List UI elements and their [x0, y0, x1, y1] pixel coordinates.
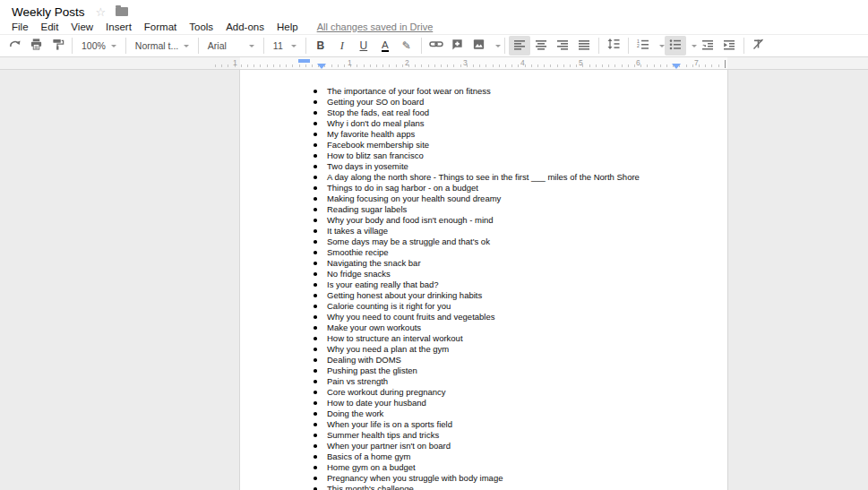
menu-item[interactable]: Insert [99, 21, 138, 32]
list-item[interactable]: Getting your SO on board [312, 97, 727, 107]
styles-select[interactable]: Normal t... [130, 36, 194, 56]
list-item[interactable]: Stop the fads, eat real food [312, 107, 727, 118]
chevron-down-icon [111, 45, 116, 47]
toolbar-separator [504, 38, 505, 54]
underline-button[interactable]: U [353, 36, 374, 56]
ruler-number: 5 [579, 58, 583, 67]
toolbar-separator [263, 38, 264, 54]
redo-button[interactable] [4, 36, 25, 56]
list-item[interactable]: Getting honest about your drinking habit… [312, 290, 727, 301]
menu-item[interactable]: Add-ons [219, 21, 271, 32]
list-item[interactable]: Basics of a home gym [312, 451, 727, 462]
list-item[interactable]: Why your body and food isn't enough - mi… [312, 215, 727, 226]
align-center-button[interactable] [530, 36, 552, 56]
chevron-down-icon[interactable] [495, 45, 501, 47]
list-item[interactable]: Things to do in sag harbor - on a budget [312, 183, 727, 193]
first-line-indent-marker[interactable] [298, 59, 310, 63]
right-indent-marker[interactable] [672, 64, 681, 69]
list-item[interactable]: A day along the north shore - Things to … [312, 172, 727, 183]
list-item[interactable]: When your life is on a sports field [312, 419, 727, 430]
insert-comment-button[interactable] [447, 36, 468, 56]
clear-formatting-button[interactable] [748, 36, 769, 56]
ruler-number: 1 [233, 58, 237, 67]
align-right-button[interactable] [552, 36, 573, 56]
list-item[interactable]: Pregnancy when you struggle with body im… [312, 473, 727, 484]
link-icon [429, 38, 443, 54]
list-item[interactable]: How to blitz san francisco [312, 150, 727, 161]
chevron-down-icon[interactable] [692, 45, 697, 47]
font-select[interactable]: Arial [202, 36, 260, 56]
menu-item[interactable]: Help [271, 21, 305, 32]
list-item[interactable]: Core workout during pregnancy [312, 387, 727, 398]
save-status-link[interactable]: All changes saved in Drive [317, 21, 434, 32]
insert-image-button[interactable] [468, 36, 490, 56]
menu-item[interactable]: Format [138, 21, 183, 32]
print-button[interactable] [25, 36, 47, 56]
align-left-button[interactable] [509, 36, 530, 56]
list-item[interactable]: Make your own workouts [312, 322, 727, 333]
paint-format-button[interactable] [47, 36, 68, 56]
ruler-number: 2 [405, 58, 409, 67]
list-item[interactable]: Pain vs strength [312, 376, 727, 387]
font-size-value: 11 [273, 40, 283, 51]
increase-indent-button[interactable] [718, 36, 740, 56]
list-item[interactable]: How to structure an interval workout [312, 333, 727, 344]
decrease-indent-button[interactable] [697, 36, 718, 56]
toolbar-separator [198, 38, 199, 54]
list-item[interactable]: Some days may be a struggle and that's o… [312, 236, 727, 247]
list-item[interactable]: Two days in yosemite [312, 161, 727, 172]
document-title[interactable]: Weekly Posts [12, 5, 85, 19]
toolbar-separator [628, 38, 629, 54]
list-item[interactable]: Is your eating really that bad? [312, 279, 727, 290]
list-item[interactable]: When your partner isn't on board [312, 441, 727, 451]
list-item[interactable]: My favorite health apps [312, 129, 727, 140]
list-item[interactable]: Dealing with DOMS [312, 355, 727, 365]
left-indent-marker[interactable] [317, 64, 326, 69]
menu-item[interactable]: File [5, 21, 35, 32]
menu-item[interactable]: Edit [35, 21, 65, 32]
list-item[interactable]: Calorie counting is it right for you [312, 301, 727, 312]
styles-value: Normal t... [135, 40, 178, 51]
list-item[interactable]: Summer health tips and tricks [312, 430, 727, 441]
font-size-select[interactable]: 11 [268, 36, 302, 56]
list-item[interactable]: Pushing past the glisten [312, 365, 727, 376]
list-item[interactable]: How to date your husband [312, 398, 727, 408]
numbered-list-button[interactable]: 12 [632, 36, 654, 56]
chevron-down-icon [291, 45, 296, 47]
ruler-ticks [215, 64, 726, 67]
list-item[interactable]: Making focusing on your health sound dre… [312, 193, 727, 204]
list-item[interactable]: Reading sugar labels [312, 204, 727, 215]
list-item[interactable]: The importance of your foot wear on fitn… [312, 86, 727, 97]
list-item[interactable]: Home gym on a budget [312, 462, 727, 473]
bulleted-list-button[interactable] [665, 36, 686, 56]
numbered-list-icon: 12 [636, 38, 649, 54]
list-item[interactable]: Facebook membership site [312, 140, 727, 150]
chevron-down-icon[interactable] [659, 45, 665, 47]
list-item[interactable]: It takes a village [312, 226, 727, 236]
list-item[interactable]: Navigating the snack bar [312, 258, 727, 269]
list-item[interactable]: Why i don't do meal plans [312, 118, 727, 129]
bold-button[interactable]: B [310, 36, 331, 56]
image-icon [472, 38, 486, 55]
italic-button[interactable]: I [331, 36, 353, 56]
justify-button[interactable] [573, 36, 595, 56]
right-margin-tick [725, 60, 726, 68]
star-icon[interactable]: ☆ [96, 5, 107, 19]
menu-item[interactable]: View [64, 21, 99, 32]
list-item[interactable]: Why you need to count fruits and vegetab… [312, 312, 727, 322]
insert-link-button[interactable] [425, 36, 447, 56]
menu-item[interactable]: Tools [183, 21, 219, 32]
zoom-select[interactable]: 100% [76, 36, 122, 56]
text-color-button[interactable]: A [374, 36, 396, 56]
folder-icon[interactable] [116, 7, 128, 16]
document-page[interactable]: The importance of your foot wear on fitn… [240, 70, 727, 490]
ruler-number: 4 [520, 58, 525, 67]
ruler[interactable]: 11234567 [0, 57, 868, 70]
line-spacing-button[interactable] [603, 36, 624, 56]
list-item[interactable]: Why you need a plan at the gym [312, 344, 727, 355]
list-item[interactable]: This month's challenge [312, 484, 727, 490]
list-item[interactable]: Smoothie recipe [312, 247, 727, 258]
list-item[interactable]: No fridge snacks [312, 269, 727, 279]
list-item[interactable]: Doing the work [312, 408, 727, 419]
highlight-color-button[interactable]: ✎ [396, 36, 417, 56]
